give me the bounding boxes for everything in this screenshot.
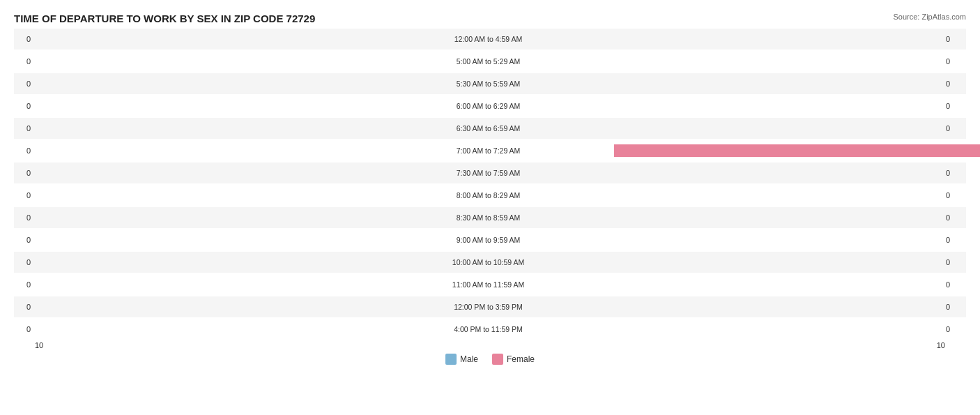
female-bar-wrap	[544, 278, 614, 291]
chart-area: 0 12:00 AM to 4:59 AM 0 0 5:00 AM to 5:2…	[14, 29, 966, 340]
left-value: 0	[14, 80, 35, 88]
left-value: 0	[14, 303, 35, 311]
chart-row: 0 7:30 AM to 7:59 AM 0	[14, 163, 966, 183]
male-bar-wrap	[363, 33, 433, 45]
right-value: 0	[942, 80, 966, 88]
right-value: 0	[942, 124, 966, 133]
chart-row: 0 7:00 AM to 7:29 AM 9	[14, 140, 966, 161]
bar-section: 10:00 AM to 10:59 AM	[35, 252, 942, 273]
bar-section: 4:00 PM to 11:59 PM	[35, 319, 942, 340]
row-label: 6:30 AM to 6:59 AM	[457, 124, 521, 133]
left-value: 0	[14, 57, 35, 66]
female-bar-wrap	[544, 100, 614, 112]
left-value: 0	[14, 236, 35, 244]
right-value: 0	[942, 258, 966, 266]
bar-section: 9:00 AM to 9:59 AM	[35, 229, 942, 250]
row-label: 10:00 AM to 10:59 AM	[452, 258, 524, 266]
right-value: 0	[942, 102, 966, 110]
male-bar-wrap	[363, 278, 433, 291]
left-value: 0	[14, 146, 35, 155]
female-bar-wrap	[544, 33, 614, 45]
right-value: 0	[942, 303, 966, 311]
male-bar-wrap	[363, 234, 433, 246]
female-label: Female	[507, 354, 535, 364]
chart-row: 0 11:00 AM to 11:59 AM 0	[14, 274, 966, 295]
source-label: Source: ZipAtlas.com	[893, 13, 966, 21]
left-value: 0	[14, 124, 35, 133]
chart-row: 0 5:30 AM to 5:59 AM 0	[14, 73, 966, 94]
female-bar-wrap	[544, 167, 614, 179]
female-bar-wrap	[544, 256, 614, 269]
male-bar-wrap	[363, 144, 433, 157]
page-container: TIME OF DEPARTURE TO WORK BY SEX IN ZIP …	[0, 0, 980, 415]
male-bar-wrap	[363, 189, 433, 202]
row-label: 9:00 AM to 9:59 AM	[457, 236, 521, 244]
left-value: 0	[14, 213, 35, 222]
bar-section: 6:30 AM to 6:59 AM	[35, 118, 942, 139]
left-value: 0	[14, 258, 35, 266]
female-bar-wrap	[544, 323, 614, 335]
chart-row: 0 6:00 AM to 6:29 AM 0	[14, 96, 966, 116]
row-label: 5:30 AM to 5:59 AM	[457, 80, 521, 88]
chart-row: 0 12:00 AM to 4:59 AM 0	[14, 29, 966, 50]
right-value: 0	[942, 236, 966, 244]
female-bar-wrap	[544, 77, 614, 90]
left-value: 0	[14, 280, 35, 289]
female-bar-wrap	[544, 122, 614, 135]
female-bar-wrap	[544, 211, 614, 224]
row-label: 12:00 PM to 3:59 PM	[454, 303, 523, 311]
row-label: 12:00 AM to 4:59 AM	[454, 35, 522, 43]
left-value: 0	[14, 325, 35, 333]
female-bar	[614, 144, 981, 157]
male-bar-wrap	[363, 211, 433, 224]
male-bar-wrap	[363, 256, 433, 269]
right-value: 0	[942, 169, 966, 177]
bottom-axis: 10 10	[14, 341, 966, 349]
chart-row: 0 4:00 PM to 11:59 PM 0	[14, 319, 966, 340]
chart-row: 0 9:00 AM to 9:59 AM 0	[14, 229, 966, 250]
female-bar-wrap	[544, 234, 614, 246]
chart-title: TIME OF DEPARTURE TO WORK BY SEX IN ZIP …	[14, 13, 966, 24]
bar-section: 11:00 AM to 11:59 AM	[35, 274, 942, 295]
right-value: 0	[942, 325, 966, 333]
right-value: 0	[942, 191, 966, 199]
legend-female: Female	[492, 354, 535, 365]
right-value: 0	[942, 57, 966, 66]
bar-section: 8:00 AM to 8:29 AM	[35, 185, 942, 206]
chart-row: 0 6:30 AM to 6:59 AM 0	[14, 118, 966, 139]
chart-row: 0 8:30 AM to 8:59 AM 0	[14, 207, 966, 228]
row-label: 8:30 AM to 8:59 AM	[457, 213, 521, 222]
bar-section: 7:30 AM to 7:59 AM	[35, 163, 942, 183]
row-label: 11:00 AM to 11:59 AM	[452, 280, 524, 289]
row-label: 7:30 AM to 7:59 AM	[457, 169, 521, 177]
left-value: 0	[14, 35, 35, 43]
female-bar-wrap	[544, 55, 614, 68]
left-value: 0	[14, 191, 35, 199]
axis-right: 10	[937, 341, 945, 349]
bar-section: 5:30 AM to 5:59 AM	[35, 73, 942, 94]
bar-section: 5:00 AM to 5:29 AM	[35, 51, 942, 72]
male-bar-wrap	[363, 122, 433, 135]
axis-left: 10	[35, 341, 43, 349]
left-value: 0	[14, 169, 35, 177]
chart-row: 0 8:00 AM to 8:29 AM 0	[14, 185, 966, 206]
row-label: 8:00 AM to 8:29 AM	[457, 191, 521, 199]
female-bar-wrap	[544, 144, 981, 157]
chart-row: 0 5:00 AM to 5:29 AM 0	[14, 51, 966, 72]
male-label: Male	[460, 354, 478, 364]
male-bar-wrap	[363, 100, 433, 112]
legend: Male Female	[14, 354, 966, 365]
male-bar-wrap	[363, 301, 433, 313]
male-color-box	[445, 354, 457, 365]
right-value: 0	[942, 35, 966, 43]
row-label: 4:00 PM to 11:59 PM	[454, 325, 523, 333]
bar-section: 8:30 AM to 8:59 AM	[35, 207, 942, 228]
left-value: 0	[14, 102, 35, 110]
row-label: 6:00 AM to 6:29 AM	[457, 102, 521, 110]
right-value: 0	[942, 280, 966, 289]
row-label: 5:00 AM to 5:29 AM	[457, 57, 521, 66]
bar-section: 12:00 PM to 3:59 PM	[35, 296, 942, 317]
right-value: 0	[942, 213, 966, 222]
female-bar-wrap	[544, 301, 614, 313]
chart-row: 0 12:00 PM to 3:59 PM 0	[14, 296, 966, 317]
